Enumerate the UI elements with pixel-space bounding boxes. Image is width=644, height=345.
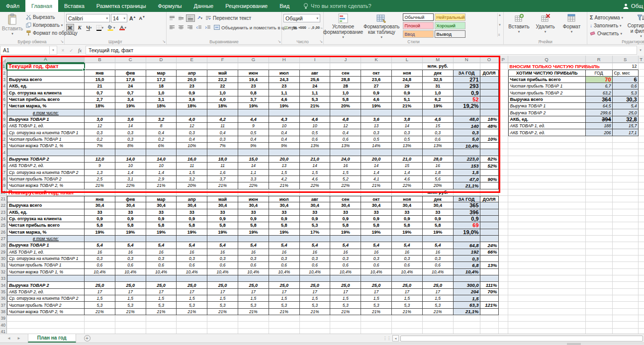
cell[interactable] [454, 63, 480, 70]
cell[interactable] [499, 89, 508, 96]
cell[interactable] [613, 209, 639, 216]
cell[interactable] [508, 322, 586, 328]
cell[interactable]: 17,6 [115, 77, 146, 83]
cell[interactable]: 15,7 [613, 123, 639, 129]
cell[interactable]: 14 [238, 163, 269, 169]
cell[interactable]: 8% [115, 143, 146, 149]
cell[interactable] [508, 156, 586, 163]
cell[interactable] [392, 322, 423, 328]
row-header[interactable]: 9 [0, 116, 7, 123]
cell[interactable]: 5,3 [330, 302, 361, 308]
cell[interactable]: 394 [586, 116, 613, 123]
cell[interactable] [392, 275, 423, 282]
cell[interactable]: 17 [115, 289, 146, 295]
cell[interactable]: 21% [85, 182, 115, 189]
cell[interactable]: 33 [330, 209, 361, 216]
cell[interactable]: 4,3 [269, 116, 300, 123]
cell[interactable]: 18% [85, 103, 115, 109]
cell[interactable]: 0,3 [361, 256, 392, 262]
cell[interactable]: 1,5 [330, 295, 361, 302]
cell[interactable] [330, 63, 361, 70]
cell[interactable] [85, 189, 115, 196]
cell[interactable] [499, 249, 508, 256]
cell[interactable]: 10,4% [454, 143, 480, 149]
cell[interactable]: 3,1 [146, 96, 177, 103]
cell[interactable]: 30,4 [146, 202, 177, 209]
row-header[interactable]: 11 [0, 129, 7, 136]
cell[interactable] [499, 163, 508, 169]
cell[interactable]: Выручка ТОВАР 1 [508, 103, 586, 109]
dialog-launcher-icon[interactable]: ↘ [60, 39, 64, 44]
cell[interactable]: янв [85, 70, 115, 76]
cell[interactable]: 17 [361, 289, 392, 295]
cell[interactable]: АКБ, ед. [508, 116, 586, 123]
cell[interactable]: авг [300, 70, 331, 76]
cell[interactable]: 5,3 [300, 96, 331, 103]
cell[interactable]: 21,1% [454, 309, 480, 315]
cell[interactable]: фев [115, 70, 146, 76]
cell[interactable]: 271 [454, 77, 480, 83]
cell[interactable]: 0,5 [361, 136, 392, 143]
cell[interactable]: 30,4 [238, 202, 269, 209]
cell[interactable] [330, 149, 361, 156]
cell[interactable]: 33 [85, 209, 115, 216]
tab-file[interactable]: Файл [0, 0, 25, 12]
cell[interactable]: АКБ ТОВАР 1, ед. [508, 123, 586, 129]
cell[interactable]: 0,9 [207, 216, 238, 222]
cell[interactable]: 5,4 [300, 242, 331, 249]
cell[interactable]: Выручка ТОВАР 2 [7, 282, 85, 288]
increase-font-size-button[interactable]: А▲ [128, 14, 137, 22]
cell[interactable]: 1,5 [361, 295, 392, 302]
cell[interactable] [207, 109, 238, 116]
cell[interactable] [586, 315, 613, 322]
cell[interactable] [207, 329, 238, 334]
cell[interactable]: Чистая прибыль всего [7, 222, 85, 229]
cell[interactable] [639, 295, 644, 302]
cell[interactable]: 9% [269, 143, 300, 149]
cell[interactable]: 8 [146, 123, 177, 129]
cell[interactable]: 25,0 [361, 282, 392, 288]
cell[interactable] [269, 275, 300, 282]
cell[interactable]: 5,8 [115, 222, 146, 229]
cell[interactable]: 0,6 [146, 262, 177, 268]
cell[interactable] [238, 189, 269, 196]
cell[interactable]: 0,3 [85, 129, 115, 136]
cell[interactable]: 9% [238, 143, 269, 149]
cell[interactable] [639, 109, 644, 116]
cell[interactable] [85, 109, 115, 116]
share-button[interactable]: Общ [623, 0, 644, 12]
cell[interactable]: 15,0 [85, 77, 115, 83]
cell[interactable]: Выручка ТОВАР 2 [7, 156, 85, 163]
cell[interactable]: 1,4 [115, 170, 146, 176]
cell[interactable]: 3,3 [238, 176, 269, 182]
cell[interactable]: 0,4 [269, 129, 300, 136]
bold-button[interactable]: Ж [66, 24, 74, 31]
cell[interactable] [613, 275, 639, 282]
cell[interactable]: 0,4 [177, 136, 207, 143]
cell[interactable] [508, 302, 586, 308]
cell[interactable]: 10 [146, 163, 177, 169]
cell[interactable]: 22% [300, 182, 331, 189]
cell[interactable] [361, 149, 392, 156]
cell[interactable]: 3,6 [177, 96, 207, 103]
cell[interactable]: 5,8 [177, 222, 207, 229]
cell[interactable] [330, 109, 361, 116]
cell[interactable] [613, 242, 639, 249]
tab-view[interactable]: Вид [274, 0, 295, 12]
cell[interactable]: 25,0 [300, 282, 331, 288]
cell[interactable]: 33 [238, 209, 269, 216]
font-color-button[interactable]: А ▾ [118, 24, 128, 31]
cell[interactable] [480, 103, 499, 109]
percent-style-button[interactable]: % [291, 24, 299, 31]
row-header[interactable]: 41 [0, 329, 7, 334]
cell[interactable]: 5,4 [115, 242, 146, 249]
style-chip-bad[interactable]: Плохой [403, 22, 434, 29]
cell[interactable]: в том числе: [7, 236, 85, 242]
cell[interactable] [7, 275, 85, 282]
cell[interactable]: 66% [480, 249, 499, 256]
row-header[interactable]: 16 [0, 163, 7, 169]
cell[interactable] [586, 282, 613, 288]
wrap-text-button[interactable]: Перенести текст [204, 14, 252, 22]
cell[interactable]: 5,6 [423, 176, 454, 182]
cell[interactable]: 396 [454, 209, 480, 216]
